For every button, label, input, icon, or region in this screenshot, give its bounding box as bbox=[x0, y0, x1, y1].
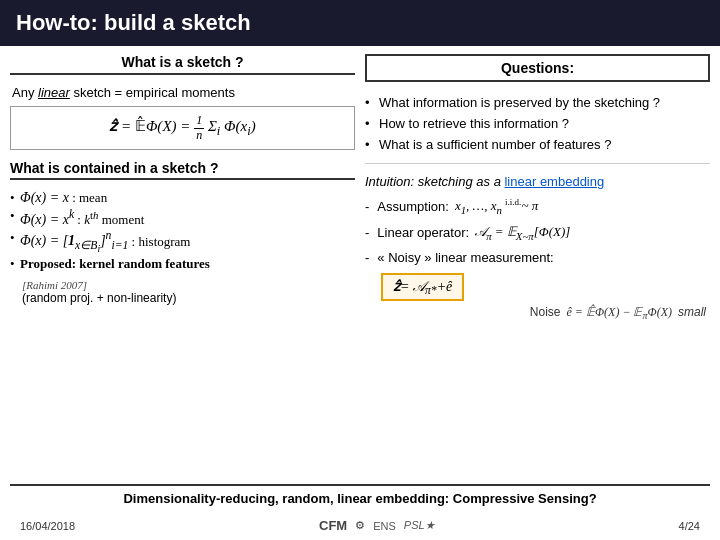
left-section-header: What is a sketch ? bbox=[10, 54, 355, 75]
separator-icon: ⚙ bbox=[355, 519, 365, 532]
noise-formula: ê = 𝔼̂Φ(X) − 𝔼πΦ(X) bbox=[566, 305, 672, 321]
linear-word: linear bbox=[38, 85, 70, 100]
formula-box-zhatz: ẑ = 𝔼̂Φ(X) = 1n Σi Φ(xi) bbox=[10, 106, 355, 150]
intuition-box: Intuition: sketching as a linear embeddi… bbox=[365, 172, 710, 191]
dash-1: - bbox=[365, 199, 369, 214]
left-panel: What is a sketch ? Any linear sketch = e… bbox=[10, 54, 355, 480]
footer-page: 4/24 bbox=[679, 520, 700, 532]
noise-label-row: Noise ê = 𝔼̂Φ(X) − 𝔼πΦ(X) small bbox=[365, 305, 710, 321]
noise-label-text: Noise bbox=[530, 305, 561, 319]
linear-embed-text: linear embedding bbox=[504, 174, 604, 189]
psl-logo: PSL★ bbox=[404, 519, 435, 532]
assumption-row: - Assumption: x1, …, xn i.i.d.~ π bbox=[365, 195, 710, 218]
footer: 16/04/2018 CFM ⚙ ENS PSL★ 4/24 bbox=[10, 515, 710, 536]
question-1: What information is preserved by the ske… bbox=[365, 92, 710, 113]
noisy-measurement-label: « Noisy » linear measurement: bbox=[377, 250, 553, 265]
footer-logos: CFM ⚙ ENS PSL★ bbox=[319, 518, 435, 533]
slide: How-to: build a sketch What is a sketch … bbox=[0, 0, 720, 540]
bullet-histogram: Φ(x) = [1x∈Bi]ni=1 : histogram bbox=[10, 229, 355, 256]
reference-text: [Rahimi 2007] bbox=[22, 279, 355, 291]
right-panel: Questions: What information is preserved… bbox=[365, 54, 710, 480]
dash-2: - bbox=[365, 225, 369, 240]
label-histogram: : histogram bbox=[132, 233, 191, 248]
small-label: small bbox=[678, 305, 706, 319]
bullet-moment: Φ(x) = xk : kth moment bbox=[10, 207, 355, 229]
bullet-proposed: Proposed: kernel random features bbox=[10, 255, 355, 273]
linear-operator-formula: 𝒜π = 𝔼X~π[Φ(X)] bbox=[475, 224, 570, 242]
contained-bullets: Φ(x) = x : mean Φ(x) = xk : kth moment Φ… bbox=[10, 189, 355, 273]
divider bbox=[365, 163, 710, 164]
bullet-mean: Φ(x) = x : mean bbox=[10, 189, 355, 207]
definition-row: Any linear sketch = empirical moments bbox=[10, 85, 355, 100]
right-section-header: Questions: bbox=[365, 54, 710, 82]
math-moment: Φ(x) = xk bbox=[20, 212, 74, 227]
label-moment: : kth moment bbox=[77, 212, 144, 227]
noisy-formula-box: ẑ = 𝒜π* + ê bbox=[381, 273, 464, 302]
noisy-measurement-row: - « Noisy » linear measurement: bbox=[365, 248, 710, 267]
note-text: (random proj. + non-linearity) bbox=[22, 291, 355, 305]
linear-operator-row: - Linear operator: 𝒜π = 𝔼X~π[Φ(X)] bbox=[365, 222, 710, 244]
formula-zhatz: ẑ = 𝔼̂Φ(X) = 1n Σi Φ(xi) bbox=[109, 114, 255, 141]
slide-title: How-to: build a sketch bbox=[16, 10, 251, 35]
label-mean: : mean bbox=[72, 190, 107, 205]
contained-header: What is contained in a sketch ? bbox=[10, 160, 355, 180]
intuition-prefix: Intuition: sketching as a bbox=[365, 174, 504, 189]
noisy-formula-area: ẑ = 𝒜π* + ê bbox=[365, 271, 710, 302]
assumption-formula: x1, …, xn i.i.d.~ π bbox=[455, 197, 538, 216]
question-2: How to retrieve this information ? bbox=[365, 113, 710, 134]
bottom-bar: Dimensionality-reducing, random, linear … bbox=[10, 484, 710, 511]
title-bar: How-to: build a sketch bbox=[0, 0, 720, 46]
bottom-text: Dimensionality-reducing, random, linear … bbox=[123, 491, 596, 506]
question-list: What information is preserved by the ske… bbox=[365, 92, 710, 155]
math-mean: Φ(x) = x bbox=[20, 190, 69, 205]
proposed-text: Proposed: kernel random features bbox=[20, 256, 210, 271]
top-row: What is a sketch ? Any linear sketch = e… bbox=[10, 54, 710, 480]
footer-date: 16/04/2018 bbox=[20, 520, 75, 532]
question-3: What is a sufficient number of features … bbox=[365, 134, 710, 155]
reference-area: [Rahimi 2007] (random proj. + non-linear… bbox=[10, 279, 355, 305]
content-area: What is a sketch ? Any linear sketch = e… bbox=[0, 46, 720, 540]
assumption-label: Assumption: bbox=[377, 199, 449, 214]
linear-operator-label: Linear operator: bbox=[377, 225, 469, 240]
dash-3: - bbox=[365, 250, 369, 265]
cfm-logo: CFM bbox=[319, 518, 347, 533]
ens-logo: ENS bbox=[373, 520, 396, 532]
math-histogram: Φ(x) = [1x∈Bi]ni=1 bbox=[20, 233, 128, 248]
